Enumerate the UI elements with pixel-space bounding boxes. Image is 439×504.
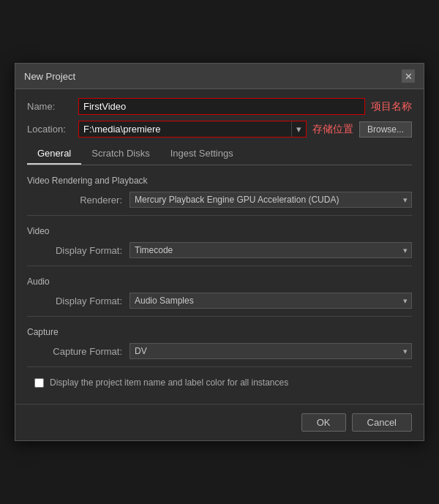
ok-button[interactable]: OK — [301, 413, 346, 432]
label-color-checkbox[interactable] — [34, 378, 44, 388]
capture-format-label: Capture Format: — [42, 346, 122, 357]
renderer-select[interactable]: Mercury Playback Engine GPU Acceleration… — [130, 192, 412, 208]
capture-format-row: Capture Format: DV HDV — [27, 343, 412, 359]
location-chevron-icon[interactable]: ▾ — [291, 121, 306, 137]
video-rendering-section: Video Rendering and Playback Renderer: M… — [27, 176, 412, 208]
audio-section: Audio Display Format: Audio Samples Mill… — [27, 277, 412, 309]
dialog-footer: OK Cancel — [15, 404, 424, 440]
close-button[interactable]: ✕ — [402, 69, 415, 83]
divider-2 — [27, 266, 412, 266]
video-rendering-title: Video Rendering and Playback — [27, 176, 412, 186]
audio-display-format-row: Display Format: Audio Samples Millisecon… — [27, 293, 412, 309]
location-label: Location: — [27, 124, 78, 135]
new-project-dialog: New Project ✕ Name: 项目名称 Location: ▾ 存储位… — [15, 63, 424, 441]
audio-display-format-select-wrap: Audio Samples Milliseconds — [130, 293, 412, 309]
name-input[interactable] — [78, 98, 365, 115]
video-display-format-row: Display Format: Timecode Frames Feet + F… — [27, 242, 412, 258]
dialog-body: Name: 项目名称 Location: ▾ 存储位置 Browse... Ge… — [15, 89, 424, 404]
video-display-format-label: Display Format: — [42, 245, 122, 256]
video-section: Video Display Format: Timecode Frames Fe… — [27, 226, 412, 258]
audio-display-format-select[interactable]: Audio Samples Milliseconds — [130, 293, 412, 309]
renderer-label: Renderer: — [42, 195, 122, 206]
browse-button[interactable]: Browse... — [359, 121, 412, 138]
checkbox-row: Display the project item name and label … — [34, 377, 412, 388]
tab-content-general: Video Rendering and Playback Renderer: M… — [27, 176, 412, 388]
renderer-row: Renderer: Mercury Playback Engine GPU Ac… — [27, 192, 412, 208]
divider-4 — [27, 366, 412, 367]
dialog-title: New Project — [24, 71, 75, 82]
label-color-label: Display the project item name and label … — [50, 377, 288, 388]
video-display-format-select-wrap: Timecode Frames Feet + Frames — [130, 242, 412, 258]
video-title: Video — [27, 226, 412, 236]
capture-format-select-wrap: DV HDV — [130, 343, 412, 359]
capture-section: Capture Capture Format: DV HDV — [27, 327, 412, 359]
divider-3 — [27, 316, 412, 317]
renderer-select-wrap: Mercury Playback Engine GPU Acceleration… — [130, 192, 412, 208]
location-annotation: 存储位置 — [312, 123, 353, 136]
video-display-format-select[interactable]: Timecode Frames Feet + Frames — [130, 242, 412, 258]
audio-title: Audio — [27, 277, 412, 287]
tab-scratch-disks[interactable]: Scratch Disks — [81, 143, 160, 165]
audio-display-format-label: Display Format: — [42, 296, 122, 306]
divider-1 — [27, 215, 412, 216]
tab-general[interactable]: General — [27, 143, 81, 165]
name-row: Name: 项目名称 — [27, 98, 412, 115]
capture-title: Capture — [27, 327, 412, 337]
location-input-wrap: ▾ — [78, 121, 307, 138]
capture-format-select[interactable]: DV HDV — [130, 343, 412, 359]
title-bar: New Project ✕ — [15, 64, 424, 89]
name-annotation: 项目名称 — [371, 100, 412, 113]
name-label: Name: — [27, 101, 78, 112]
tab-ingest-settings[interactable]: Ingest Settings — [160, 143, 244, 165]
tabs-bar: General Scratch Disks Ingest Settings — [27, 143, 412, 165]
location-input[interactable] — [79, 121, 291, 137]
location-row: Location: ▾ 存储位置 Browse... — [27, 121, 412, 138]
cancel-button[interactable]: Cancel — [352, 413, 412, 432]
